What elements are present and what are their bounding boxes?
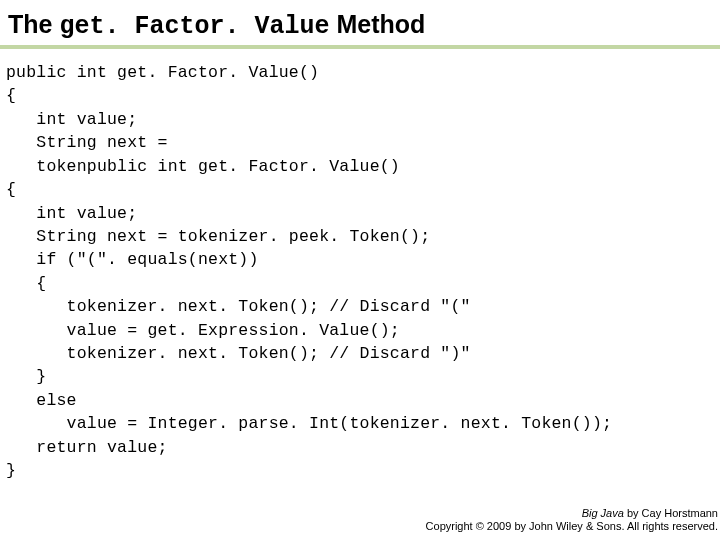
slide-title: The get. Factor. Value Method bbox=[0, 0, 720, 49]
code-block: public int get. Factor. Value() { int va… bbox=[0, 49, 720, 483]
title-post: Method bbox=[329, 10, 425, 38]
title-mono: get. Factor. Value bbox=[59, 12, 329, 41]
footer-line2: Copyright © 2009 by John Wiley & Sons. A… bbox=[426, 520, 718, 534]
slide: The get. Factor. Value Method public int… bbox=[0, 0, 720, 540]
footer: Big Java by Cay Horstmann Copyright © 20… bbox=[426, 507, 718, 535]
book-title: Big Java bbox=[582, 507, 624, 519]
byline: by Cay Horstmann bbox=[624, 507, 718, 519]
footer-line1: Big Java by Cay Horstmann bbox=[426, 507, 718, 521]
title-pre: The bbox=[8, 10, 59, 38]
